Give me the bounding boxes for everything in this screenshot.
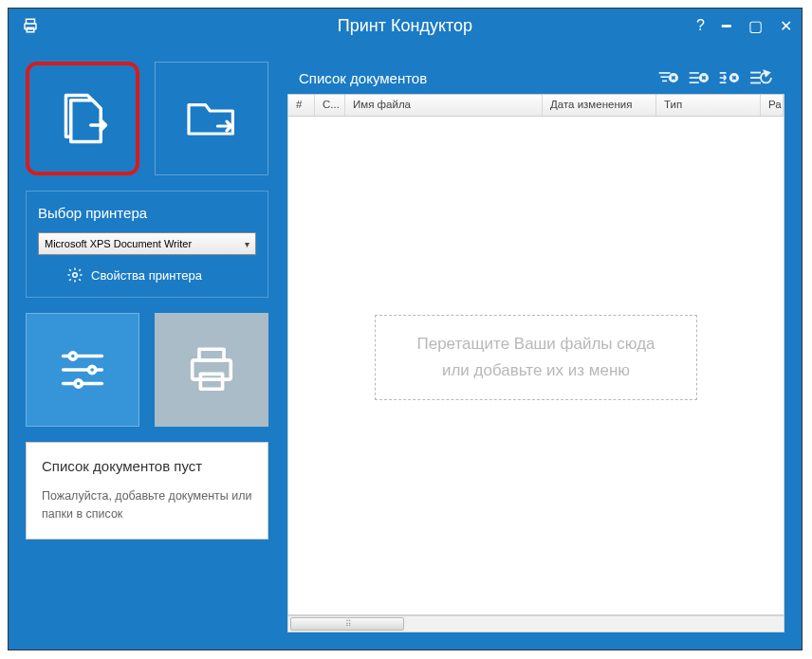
dropzone-line2: или добавьте их из меню	[442, 361, 630, 379]
table-body[interactable]: Перетащите Ваши файлы сюда или добавьте …	[287, 117, 784, 615]
gear-icon	[66, 266, 83, 284]
svg-point-3	[73, 273, 78, 278]
status-title: Список документов пуст	[42, 458, 252, 474]
add-folder-tile[interactable]	[155, 62, 268, 175]
status-message: Пожалуйста, добавьте документы или папки…	[42, 487, 252, 523]
svg-marker-31	[765, 71, 769, 76]
col-modified[interactable]: Дата изменения	[543, 95, 656, 116]
close-button[interactable]: ✕	[780, 17, 792, 35]
printer-selection-title: Выбор принтера	[38, 205, 256, 221]
dropzone-line1: Перетащите Ваши файлы сюда	[416, 335, 655, 353]
horizontal-scrollbar[interactable]	[287, 615, 784, 632]
printer-selection-panel: Выбор принтера Microsoft XPS Document Wr…	[26, 191, 268, 298]
help-button[interactable]: ?	[696, 17, 705, 34]
svg-point-9	[75, 380, 82, 387]
tile-row-top	[26, 62, 268, 175]
list-remove-icon[interactable]	[688, 69, 709, 86]
status-card: Список документов пуст Пожалуйста, добав…	[26, 442, 268, 540]
doclist-header-label: Список документов	[299, 70, 648, 86]
tile-row-bottom	[26, 313, 268, 427]
print-tile	[155, 313, 268, 427]
col-type[interactable]: Тип	[656, 95, 761, 116]
titlebar-title: Принт Кондуктор	[338, 16, 472, 36]
add-files-tile[interactable]	[26, 62, 139, 175]
printer-select[interactable]: Microsoft XPS Document Writer	[38, 232, 256, 255]
list-arrow-remove-icon[interactable]	[718, 69, 739, 86]
svg-point-5	[69, 353, 76, 359]
printer-select-value: Microsoft XPS Document Writer	[45, 238, 192, 249]
svg-rect-11	[193, 360, 231, 379]
table-header: # С... Имя файла Дата изменения Тип Ра	[287, 94, 784, 117]
minimize-button[interactable]: ━	[722, 17, 731, 35]
app-window: Принт Кондуктор ? ━ ▢ ✕	[8, 8, 803, 650]
filter-remove-icon[interactable]	[657, 69, 678, 86]
printer-properties-label: Свойства принтера	[91, 268, 202, 283]
settings-tile[interactable]	[26, 313, 139, 427]
window-controls: ? ━ ▢ ✕	[696, 17, 792, 35]
list-arrow-back-icon[interactable]	[748, 68, 773, 87]
col-status[interactable]: С...	[315, 95, 345, 116]
col-filename[interactable]: Имя файла	[345, 95, 543, 116]
app-body: Выбор принтера Microsoft XPS Document Wr…	[9, 43, 802, 650]
printer-app-icon	[22, 17, 39, 34]
document-list-panel: Список документов # С... Имя файла Да	[287, 62, 784, 632]
svg-rect-12	[200, 374, 222, 389]
titlebar: Принт Кондуктор ? ━ ▢ ✕	[9, 9, 802, 43]
dropzone-hint: Перетащите Ваши файлы сюда или добавьте …	[375, 315, 697, 400]
svg-point-7	[89, 366, 96, 373]
doclist-header: Список документов	[287, 62, 784, 94]
printer-properties-link[interactable]: Свойства принтера	[38, 266, 256, 284]
col-size[interactable]: Ра	[761, 95, 784, 116]
sidebar: Выбор принтера Microsoft XPS Document Wr…	[26, 62, 268, 632]
col-num[interactable]: #	[288, 95, 315, 116]
maximize-button[interactable]: ▢	[748, 17, 763, 35]
scrollbar-thumb[interactable]	[290, 617, 404, 631]
